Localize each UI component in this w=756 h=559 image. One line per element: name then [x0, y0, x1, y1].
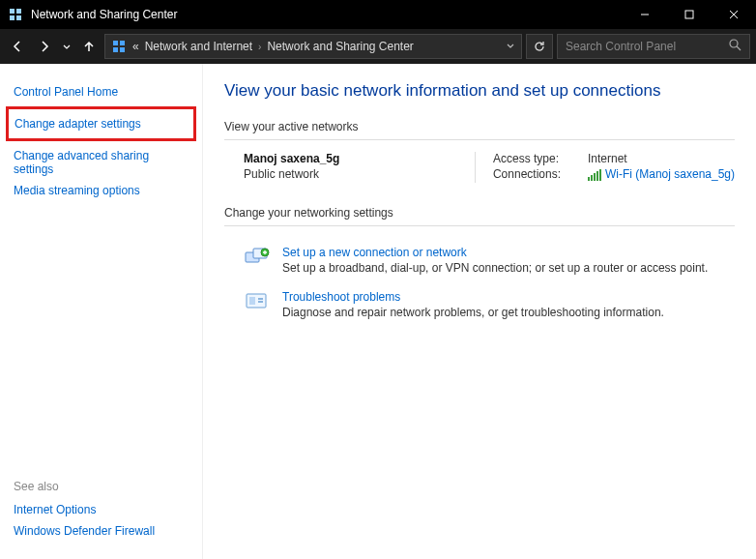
network-info: Manoj saxena_5g Public network	[244, 152, 467, 183]
troubleshoot-option: Troubleshoot problems Diagnose and repai…	[224, 282, 735, 327]
breadcrumb-dropdown[interactable]	[506, 40, 515, 53]
troubleshoot-icon	[244, 290, 271, 313]
network-type: Public network	[244, 167, 467, 181]
up-button[interactable]	[77, 35, 101, 58]
navbar: « Network and Internet › Network and Sha…	[0, 29, 756, 64]
svg-point-12	[730, 40, 738, 47]
troubleshoot-desc: Diagnose and repair network problems, or…	[282, 306, 664, 319]
setup-connection-option: Set up a new connection or network Set u…	[224, 238, 735, 282]
sidebar: Control Panel Home Change adapter settin…	[0, 64, 203, 559]
maximize-button[interactable]	[667, 0, 712, 29]
breadcrumb[interactable]: « Network and Internet › Network and Sha…	[104, 34, 522, 59]
active-network-row: Manoj saxena_5g Public network Access ty…	[224, 152, 735, 183]
divider	[224, 225, 735, 226]
setup-connection-icon	[244, 246, 271, 269]
sidebar-internet-options[interactable]: Internet Options	[14, 499, 189, 520]
sidebar-change-advanced[interactable]: Change advanced sharing settings	[14, 145, 189, 180]
search-icon	[729, 39, 741, 54]
app-icon	[8, 7, 23, 22]
window-title: Network and Sharing Center	[31, 8, 623, 21]
refresh-button[interactable]	[526, 34, 553, 59]
access-type-label: Access type:	[493, 152, 570, 165]
svg-rect-9	[120, 41, 125, 45]
wifi-signal-icon	[588, 169, 601, 181]
content-area: Control Panel Home Change adapter settin…	[0, 64, 756, 559]
svg-rect-3	[16, 15, 21, 20]
svg-rect-2	[10, 15, 15, 20]
breadcrumb-current[interactable]: Network and Sharing Center	[267, 40, 413, 53]
chevron-right-icon: ›	[258, 42, 261, 52]
svg-rect-5	[685, 11, 693, 18]
connection-link[interactable]: Wi-Fi (Manoj saxena_5g)	[605, 167, 735, 181]
main-panel: View your basic network information and …	[203, 64, 756, 559]
divider	[224, 139, 735, 140]
back-button[interactable]	[6, 35, 29, 58]
breadcrumb-prefix: «	[132, 40, 139, 53]
close-button[interactable]	[712, 0, 756, 29]
control-panel-icon	[111, 39, 127, 54]
troubleshoot-link[interactable]: Troubleshoot problems	[282, 290, 400, 304]
search-placeholder: Search Control Panel	[566, 40, 729, 53]
svg-line-13	[737, 46, 741, 50]
svg-rect-18	[249, 297, 255, 305]
sidebar-media-streaming[interactable]: Media streaming options	[14, 180, 189, 201]
change-settings-label: Change your networking settings	[224, 206, 735, 220]
forward-button[interactable]	[33, 35, 56, 58]
highlighted-item: Change adapter settings	[6, 106, 196, 141]
active-networks-label: View your active networks	[224, 120, 735, 133]
sidebar-defender-firewall[interactable]: Windows Defender Firewall	[14, 520, 189, 542]
svg-rect-1	[16, 9, 21, 14]
svg-rect-10	[113, 47, 118, 52]
sidebar-change-adapter[interactable]: Change adapter settings	[15, 117, 188, 131]
connections-label: Connections:	[493, 167, 570, 181]
svg-rect-0	[10, 9, 15, 14]
setup-connection-desc: Set up a broadband, dial-up, or VPN conn…	[282, 261, 708, 275]
access-type-value: Internet	[588, 152, 627, 165]
window-controls	[623, 0, 756, 29]
page-title: View your basic network information and …	[224, 81, 735, 101]
network-name: Manoj saxena_5g	[244, 152, 467, 165]
search-input[interactable]: Search Control Panel	[557, 34, 750, 59]
network-details: Access type: Internet Connections: Wi-Fi…	[475, 152, 735, 183]
recent-locations-button[interactable]	[60, 35, 73, 58]
see-also-label: See also	[14, 480, 189, 499]
sidebar-home[interactable]: Control Panel Home	[14, 81, 189, 103]
minimize-button[interactable]	[623, 0, 667, 29]
setup-connection-link[interactable]: Set up a new connection or network	[282, 246, 467, 259]
svg-rect-8	[113, 41, 118, 45]
titlebar: Network and Sharing Center	[0, 0, 756, 29]
svg-rect-11	[120, 47, 125, 52]
breadcrumb-parent[interactable]: Network and Internet	[145, 40, 252, 53]
